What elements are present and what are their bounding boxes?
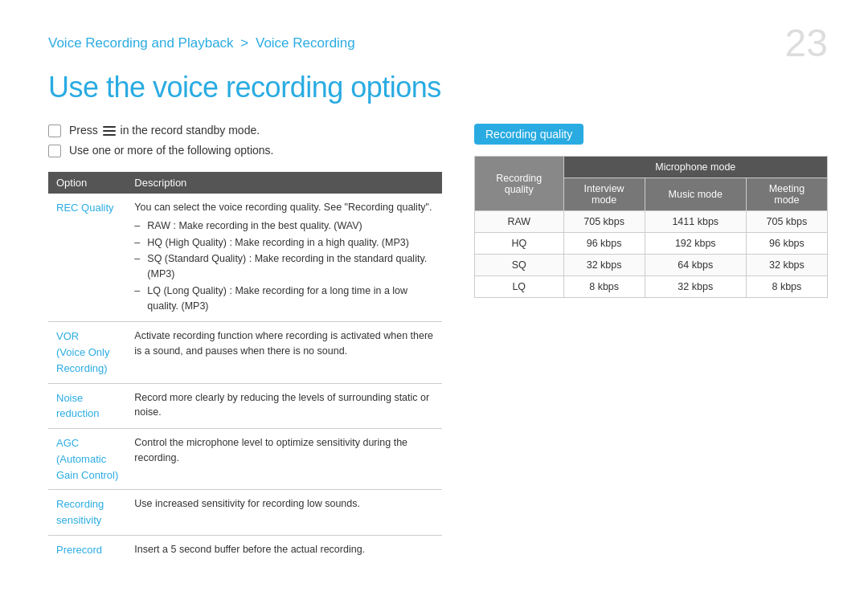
quality-table-row: LQ 8 kbps 32 kbps 8 kbps: [475, 276, 828, 298]
list-item: HQ (High Quality) : Make recording in a …: [134, 235, 434, 251]
quality-cell-interview: 32 kbps: [563, 255, 645, 276]
options-table: Option Description REC Quality You can s…: [48, 172, 442, 565]
quality-table-row: HQ 96 kbps 192 kbps 96 kbps: [475, 233, 828, 255]
option-desc-rec-quality: You can select the voice recording quali…: [126, 194, 442, 322]
quality-cell-music: 1411 kbps: [645, 211, 746, 233]
option-desc-sensitivity: Use increased sensitivity for recording …: [126, 490, 442, 536]
mic-mode-header: Microphone mode: [563, 157, 827, 178]
table-header-description: Description: [126, 172, 442, 194]
option-name-rec-quality: REC Quality: [48, 194, 126, 322]
table-row: AGC(AutomaticGain Control) Control the m…: [48, 429, 442, 490]
quality-cell-name: RAW: [475, 211, 564, 233]
instruction-text-2: Use one or more of the following options…: [69, 144, 273, 157]
breadcrumb-part1: Voice Recording and Playback: [48, 35, 234, 51]
quality-cell-interview: 96 kbps: [563, 233, 645, 255]
option-name-sensitivity: Recordingsensitivity: [48, 490, 126, 536]
quality-table-row: SQ 32 kbps 64 kbps 32 kbps: [475, 255, 828, 276]
instruction-text-1: Press in the record standby mode.: [69, 124, 260, 137]
instruction-item-2: Use one or more of the following options…: [48, 144, 442, 157]
option-desc-prerecord: Insert a 5 second buffer before the actu…: [126, 535, 442, 564]
right-panel: Recording quality Recordingquality Micro…: [474, 124, 828, 565]
quality-table-row: RAW 705 kbps 1411 kbps 705 kbps: [475, 211, 828, 233]
quality-cell-music: 32 kbps: [645, 276, 746, 298]
quality-cell-meeting: 96 kbps: [746, 233, 827, 255]
quality-cell-music: 64 kbps: [645, 255, 746, 276]
recording-quality-label: Recording quality: [474, 124, 583, 145]
table-row: Noisereduction Record more clearly by re…: [48, 383, 442, 429]
quality-cell-name: LQ: [475, 276, 564, 298]
quality-table: Recordingquality Microphone mode Intervi…: [474, 156, 828, 298]
table-header-option: Option: [48, 172, 126, 194]
quality-cell-name: HQ: [475, 233, 564, 255]
table-row: Recordingsensitivity Use increased sensi…: [48, 490, 442, 536]
option-name-noise: Noisereduction: [48, 383, 126, 429]
option-name-vor: VOR(Voice OnlyRecording): [48, 322, 126, 383]
list-item: LQ (Long Quality) : Make recording for a…: [134, 284, 434, 314]
quality-cell-music: 192 kbps: [645, 233, 746, 255]
checkbox-icon-1: [48, 124, 61, 137]
table-row: REC Quality You can select the voice rec…: [48, 194, 442, 322]
quality-cell-meeting: 8 kbps: [746, 276, 827, 298]
table-row: Prerecord Insert a 5 second buffer befor…: [48, 535, 442, 564]
list-item: SQ (Standard Quality) : Make recording i…: [134, 251, 434, 282]
quality-cell-meeting: 705 kbps: [746, 211, 827, 233]
left-panel: Press in the record standby mode. Use on…: [48, 124, 442, 565]
page-title: Use the voice recording options: [48, 71, 828, 104]
list-item: RAW : Make recording in the best quality…: [134, 218, 434, 234]
quality-cell-meeting: 32 kbps: [746, 255, 827, 276]
checkbox-icon-2: [48, 145, 61, 157]
breadcrumb: Voice Recording and Playback > Voice Rec…: [48, 35, 355, 51]
content-wrapper: Press in the record standby mode. Use on…: [48, 124, 828, 565]
quality-cell-interview: 8 kbps: [563, 276, 645, 298]
menu-icon: [103, 126, 116, 136]
table-row: VOR(Voice OnlyRecording) Activate record…: [48, 322, 442, 383]
col-header-interview: Interviewmode: [563, 178, 645, 211]
col-header-meeting: Meetingmode: [746, 178, 827, 211]
option-name-agc: AGC(AutomaticGain Control): [48, 429, 126, 490]
quality-row-header: Recordingquality: [475, 157, 564, 211]
instruction-item-1: Press in the record standby mode.: [48, 124, 442, 137]
option-desc-vor: Activate recording function where record…: [126, 322, 442, 383]
option-name-prerecord: Prerecord: [48, 535, 126, 564]
quality-cell-interview: 705 kbps: [563, 211, 645, 233]
breadcrumb-separator: >: [240, 35, 252, 51]
option-desc-agc: Control the microphone level to optimize…: [126, 429, 442, 490]
col-header-music: Music mode: [645, 178, 746, 211]
quality-cell-name: SQ: [475, 255, 564, 276]
instruction-list: Press in the record standby mode. Use on…: [48, 124, 442, 157]
breadcrumb-part2: Voice Recording: [256, 35, 355, 51]
page-number: 23: [785, 24, 828, 63]
option-desc-noise: Record more clearly by reducing the leve…: [126, 383, 442, 429]
